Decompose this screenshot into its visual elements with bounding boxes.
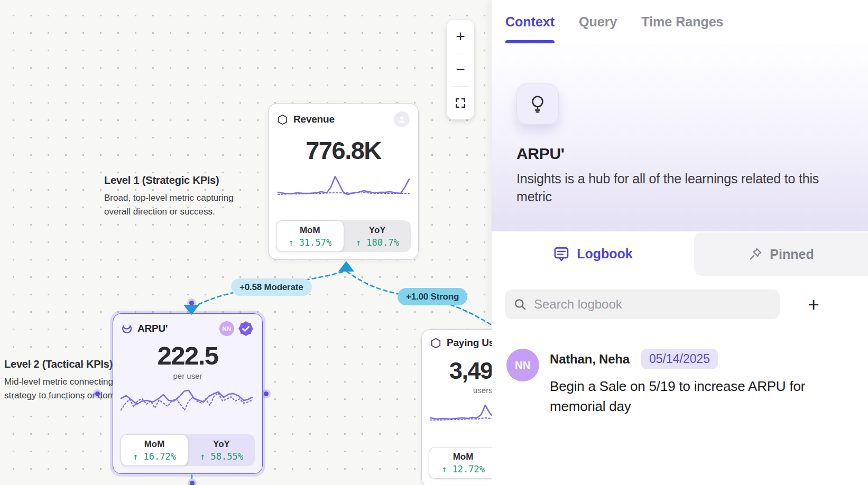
stat-chip-mom[interactable]: MoM ↑ 31.57% bbox=[276, 220, 344, 252]
tab-logbook[interactable]: Logbook bbox=[492, 231, 694, 276]
stat-chip-mom[interactable]: MoM ↑ 16.72% bbox=[121, 434, 188, 466]
arrowhead-into-revenue bbox=[336, 259, 357, 273]
tab-pinned-label: Pinned bbox=[770, 247, 814, 262]
metric-title: ARPU' bbox=[516, 145, 844, 163]
insight-icon-box bbox=[516, 83, 559, 125]
card-title: Paying Users' bbox=[447, 337, 492, 349]
fullscreen-icon bbox=[455, 97, 466, 109]
stat-chip-yoy[interactable]: YoY ↑ 58.55% bbox=[188, 434, 255, 466]
metric-hero: ARPU' Insights is a hub for all of the l… bbox=[492, 43, 868, 231]
logbook-pinned-tabs: Logbook Pinned bbox=[492, 231, 868, 276]
search-icon bbox=[513, 297, 527, 311]
zoom-out-button[interactable]: − bbox=[447, 53, 474, 86]
card-title: Revenue bbox=[293, 114, 335, 125]
metric-card-revenue[interactable]: Revenue 776.8K MoM ↑ 31.57% YoY ↑ 180.7% bbox=[268, 103, 419, 260]
search-input[interactable] bbox=[534, 297, 761, 312]
metric-value: 222.5 bbox=[113, 341, 262, 370]
metric-unit: users bbox=[422, 386, 492, 395]
panel-tab-bar: Context Query Time Ranges bbox=[492, 0, 868, 43]
metric-description: Insights is a hub for all of the learnin… bbox=[516, 170, 820, 206]
tab-pinned[interactable]: Pinned bbox=[694, 232, 868, 276]
connection-handle-right[interactable] bbox=[262, 389, 271, 398]
connection-handle-bottom[interactable] bbox=[188, 479, 197, 485]
pin-icon bbox=[748, 247, 763, 262]
metric-detail-panel: Context Query Time Ranges ARPU' Insights… bbox=[492, 0, 868, 485]
tab-logbook-label: Logbook bbox=[577, 246, 633, 262]
edge-label-moderate[interactable]: +0.58 Moderate bbox=[231, 278, 312, 296]
lightbulb-icon bbox=[528, 94, 548, 114]
stat-chip-yoy[interactable]: YoY ↑ 180.7% bbox=[344, 220, 411, 252]
stat-label: YoY bbox=[369, 225, 386, 236]
metric-hexagon-icon bbox=[277, 114, 288, 125]
connection-handle-left[interactable] bbox=[93, 389, 102, 398]
metric-card-arpu[interactable]: ARPU' NN 222.5 per user MoM ↑ bbox=[113, 313, 263, 474]
add-log-entry-button[interactable]: + bbox=[802, 293, 825, 316]
stat-label: MoM bbox=[453, 452, 474, 462]
stat-label: MoM bbox=[144, 439, 165, 450]
card-title: ARPU' bbox=[137, 323, 168, 334]
verified-badge-icon bbox=[238, 321, 254, 337]
entry-message: Begin a Sale on 5/19 to increase ARPU fo… bbox=[550, 377, 817, 416]
arpu-sparkline bbox=[120, 385, 255, 417]
fit-view-button[interactable] bbox=[447, 87, 474, 119]
entry-avatar: NN bbox=[506, 349, 539, 381]
edge-label-strong[interactable]: +1.00 Strong bbox=[398, 288, 467, 305]
metric-value: 3,49 bbox=[422, 357, 492, 385]
canvas-zoom-toolbar: + − bbox=[447, 20, 474, 119]
revenue-sparkline bbox=[277, 171, 410, 199]
logbook-entry[interactable]: NN Nathan, Neha 05/14/2025 Begin a Sale … bbox=[506, 349, 868, 416]
paying-users-sparkline bbox=[429, 400, 492, 425]
metric-unit: per user bbox=[113, 371, 262, 380]
metric-card-paying-users[interactable]: Paying Users' 3,49 users MoM ↑ 12.72% bbox=[421, 329, 492, 485]
metric-hexagon-icon bbox=[430, 338, 441, 349]
stat-value: ↑ 16.72% bbox=[133, 451, 176, 462]
tab-query[interactable]: Query bbox=[579, 0, 617, 43]
collaborator-avatar[interactable]: NN bbox=[219, 321, 234, 336]
moon-icon bbox=[122, 323, 132, 334]
metric-tree-canvas[interactable]: Level 1 (Strategic KPIs) Broad, top-leve… bbox=[0, 0, 492, 485]
owner-avatar[interactable] bbox=[394, 111, 410, 127]
logbook-search-row: + bbox=[505, 290, 868, 319]
stat-value: ↑ 180.7% bbox=[356, 237, 399, 248]
entry-date-badge: 05/14/2025 bbox=[641, 349, 718, 369]
zoom-in-button[interactable]: + bbox=[447, 20, 474, 53]
stat-chip-mom[interactable]: MoM ↑ 12.72% bbox=[429, 447, 492, 479]
connection-handle-top[interactable] bbox=[187, 299, 196, 307]
tab-context[interactable]: Context bbox=[505, 0, 555, 43]
stat-value: ↑ 31.57% bbox=[288, 237, 331, 248]
logbook-comment-icon bbox=[553, 245, 570, 262]
stat-label: YoY bbox=[213, 439, 230, 450]
logbook-search[interactable] bbox=[505, 290, 780, 319]
tab-time-ranges[interactable]: Time Ranges bbox=[641, 0, 723, 43]
entry-author: Nathan, Neha bbox=[550, 352, 630, 367]
stat-value: ↑ 58.55% bbox=[200, 451, 243, 462]
stat-value: ↑ 12.72% bbox=[441, 464, 485, 474]
person-icon bbox=[397, 115, 407, 124]
metric-value: 776.8K bbox=[269, 136, 418, 165]
stat-label: MoM bbox=[300, 225, 320, 236]
